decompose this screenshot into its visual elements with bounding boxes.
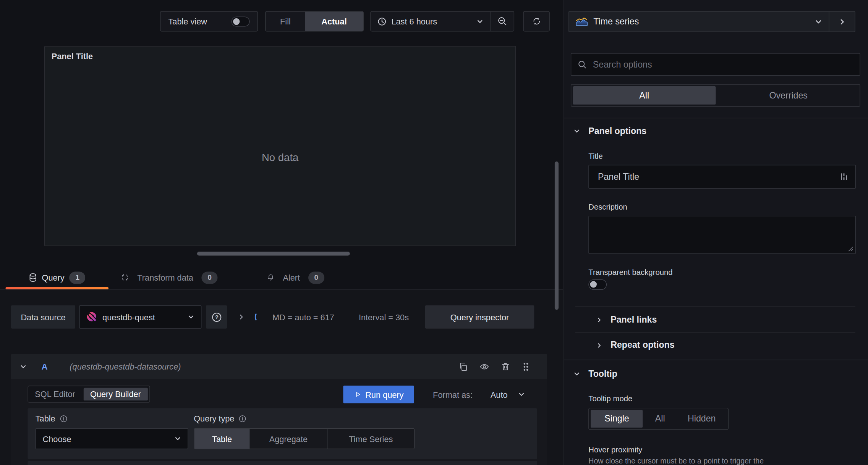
panel-links-header[interactable]: Panel links — [596, 312, 657, 328]
refresh-button[interactable] — [523, 11, 550, 32]
datasource-label-chip: Data source — [11, 305, 75, 329]
query-type-table[interactable]: Table — [194, 429, 250, 449]
tab-query-label: Query — [42, 273, 64, 282]
filter-tab-all[interactable]: All — [573, 86, 716, 105]
chevron-down-icon[interactable] — [518, 391, 525, 397]
table-view-label: Table view — [168, 16, 207, 26]
delete-query-trash-icon[interactable] — [500, 362, 510, 371]
query-type-group: Table Aggregate Time Series — [194, 428, 415, 449]
tab-alert[interactable]: Alert 0 — [259, 266, 332, 289]
panel-preview: Panel Title No data — [44, 46, 516, 246]
clock-icon — [377, 17, 386, 26]
drag-handle-icon[interactable] — [521, 362, 530, 371]
editor-mode-group: SQL Editor Query Builder — [28, 386, 150, 403]
query-ref-id[interactable]: A — [42, 362, 48, 371]
viz-picker-button[interactable]: Time series — [569, 11, 829, 31]
resize-corner-icon[interactable] — [848, 246, 853, 252]
query-type-time-series[interactable]: Time Series — [328, 429, 414, 449]
hover-proximity-label: Hover proximity — [588, 445, 642, 454]
chevron-right-icon — [838, 18, 845, 25]
panel-title-field[interactable] — [588, 165, 856, 189]
collapse-pane-button[interactable] — [829, 11, 855, 31]
chevron-down-icon — [573, 128, 580, 134]
repeat-options-header[interactable]: Repeat options — [596, 337, 675, 353]
table-select[interactable]: Choose — [36, 428, 188, 449]
description-textarea[interactable] — [594, 220, 850, 252]
panel-title-input[interactable] — [597, 171, 840, 182]
run-query-button[interactable]: Run query — [343, 386, 414, 403]
tab-transform-label: Transform data — [137, 273, 193, 282]
tooltip-mode-hidden[interactable]: Hidden — [675, 408, 728, 429]
tooltip-mode-label: Tooltip mode — [588, 394, 632, 403]
database-icon — [29, 273, 37, 282]
svg-text:?: ? — [215, 314, 218, 320]
actual-mode-button[interactable]: Actual — [305, 11, 363, 31]
table-view-control: Table view — [160, 11, 258, 32]
tab-transform-data[interactable]: Transform data 0 — [113, 266, 225, 289]
fill-mode-button[interactable]: Fill — [266, 11, 305, 31]
refresh-icon — [532, 16, 541, 26]
chevron-down-icon — [477, 18, 483, 24]
datasource-picker[interactable]: questdb-quest — [79, 305, 201, 329]
table-label: Table — [36, 414, 55, 423]
tooltip-mode-all[interactable]: All — [645, 408, 675, 429]
transform-icon — [121, 273, 129, 282]
bell-icon — [267, 273, 274, 282]
copy-query-icon[interactable] — [458, 362, 468, 371]
query-type-aggregate[interactable]: Aggregate — [249, 429, 327, 449]
divider — [564, 360, 868, 360]
vertical-scrollbar[interactable] — [555, 161, 559, 310]
chevron-down-icon — [573, 371, 580, 377]
viz-picker-row: Time series — [568, 11, 855, 32]
divider — [575, 306, 855, 306]
search-options-field[interactable] — [571, 53, 860, 76]
zoom-out-icon — [497, 16, 507, 26]
tooltip-mode-single[interactable]: Single — [591, 410, 643, 428]
chevron-down-icon[interactable] — [20, 363, 26, 370]
chevron-right-icon — [596, 317, 602, 323]
chevron-down-icon — [815, 18, 822, 25]
format-as-value[interactable]: Auto — [491, 386, 508, 403]
panel-preview-title[interactable]: Panel Title — [52, 52, 93, 61]
horizontal-scrollbar[interactable] — [197, 252, 350, 255]
loading-spinner-icon — [255, 312, 263, 322]
query-datasource-hint: (questdb-questdb-datasource) — [70, 362, 181, 371]
query-row-a: A (questdb-questdb-datasource) SQL Edito… — [11, 354, 547, 465]
time-range-picker[interactable]: Last 6 hours — [371, 11, 490, 31]
panel-options-header[interactable]: Panel options — [573, 126, 646, 136]
filter-tab-overrides[interactable]: Overrides — [717, 85, 860, 107]
hide-query-eye-icon[interactable] — [479, 362, 489, 371]
timeseries-viz-icon — [576, 17, 588, 26]
query-options-collapsed[interactable] — [238, 305, 263, 329]
query-inspector-button[interactable]: Query inspector — [425, 305, 534, 329]
time-range-group: Last 6 hours — [370, 11, 514, 32]
query-type-label-row: Query type — [194, 414, 246, 423]
transparent-background-label: Transparent background — [588, 268, 672, 276]
tooltip-header[interactable]: Tooltip — [573, 369, 617, 379]
datasource-label: Data source — [21, 312, 65, 322]
panel-options-pane: Time series All Overrides Panel options … — [564, 0, 868, 465]
description-field[interactable] — [588, 216, 856, 254]
tooltip-mode-group: Single All Hidden — [588, 408, 729, 430]
table-select-value: Choose — [43, 434, 71, 444]
tab-query[interactable]: Query 1 — [5, 266, 108, 289]
sql-editor-mode-button[interactable]: SQL Editor — [28, 386, 82, 402]
zoom-out-button[interactable] — [491, 11, 514, 31]
title-field-label: Title — [588, 152, 603, 160]
search-options-input[interactable] — [592, 59, 853, 70]
chevron-down-icon — [188, 314, 194, 320]
table-view-toggle[interactable] — [232, 16, 250, 26]
suggestion-bars-icon[interactable] — [840, 172, 847, 182]
play-icon — [354, 391, 361, 398]
datasource-help-button[interactable]: ? — [206, 305, 227, 329]
viz-name: Time series — [593, 16, 639, 26]
tab-alert-label: Alert — [283, 273, 300, 282]
query-row-header[interactable]: A (questdb-questdb-datasource) — [11, 354, 547, 379]
tab-query-badge: 1 — [70, 271, 86, 284]
transparent-background-toggle[interactable] — [588, 279, 607, 290]
table-field-label-row: Table — [36, 414, 68, 423]
query-builder-mode-button[interactable]: Query Builder — [84, 388, 148, 400]
help-circle-icon: ? — [211, 312, 222, 323]
query-inspector-label: Query inspector — [450, 312, 509, 322]
divider — [564, 118, 868, 118]
